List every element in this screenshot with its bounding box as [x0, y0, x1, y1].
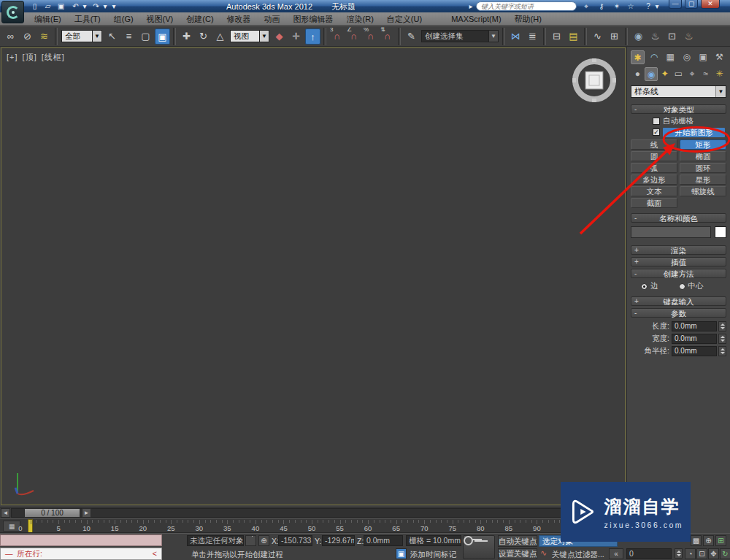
- redo-dropdown-icon[interactable]: ▾: [102, 1, 108, 11]
- spinner-snap-toggle[interactable]: ∩⇅: [380, 28, 395, 45]
- maximize-button[interactable]: ▢: [685, 0, 698, 9]
- current-frame-field[interactable]: 0: [626, 548, 672, 559]
- rollout-interpolation[interactable]: + 插值: [631, 257, 726, 266]
- minimize-button[interactable]: —: [669, 0, 682, 9]
- shape-category-dropdown[interactable]: 样条线 ▼: [631, 85, 726, 98]
- search-binoculars-icon[interactable]: ⌖: [580, 1, 592, 11]
- line-button[interactable]: 线: [631, 139, 677, 150]
- zoom-region-icon[interactable]: ⊡: [696, 548, 707, 559]
- zoom-all-icon[interactable]: ⊕: [703, 535, 714, 546]
- edge-radio[interactable]: [641, 283, 648, 290]
- mirror-icon[interactable]: ⋈: [508, 28, 523, 45]
- parameter-spinner[interactable]: [718, 334, 726, 344]
- parameter-spinner[interactable]: [718, 346, 726, 356]
- chevron-down-icon[interactable]: ▼: [92, 31, 101, 42]
- pan-hand-icon[interactable]: ✥: [708, 548, 719, 559]
- tab-utilities[interactable]: ⚒: [712, 50, 726, 64]
- auto-key-button[interactable]: 自动关键点: [498, 535, 537, 547]
- autogrid-checkbox[interactable]: [653, 118, 660, 125]
- graphite-ribbon-icon[interactable]: ▤: [566, 28, 581, 45]
- menu-item-5[interactable]: 修改器: [220, 12, 258, 26]
- menu-item-2[interactable]: 组(G): [107, 12, 140, 26]
- select-object-icon[interactable]: ↖: [104, 28, 120, 45]
- set-keys-button[interactable]: [463, 535, 495, 559]
- menu-item-1[interactable]: 工具(T): [68, 12, 107, 26]
- key-mode-toggle[interactable]: «: [609, 548, 623, 559]
- tab-create[interactable]: ✱: [631, 50, 645, 64]
- tab-motion[interactable]: ◎: [680, 50, 694, 64]
- spinner-down-icon[interactable]: [721, 327, 725, 329]
- selection-filter-dropdown[interactable]: 全部▼: [61, 30, 102, 42]
- add-time-tag-button[interactable]: 添加时间标记: [410, 550, 456, 560]
- keyboard-override-toggle[interactable]: ↑: [305, 28, 320, 45]
- schematic-view-icon[interactable]: ⊞: [607, 28, 622, 45]
- rollout-keyboard-entry[interactable]: + 键盘输入: [631, 296, 726, 306]
- help-dropdown-icon[interactable]: ▾: [654, 1, 660, 11]
- snap-3d-toggle[interactable]: ∩3: [329, 28, 345, 45]
- rollout-creation-method[interactable]: - 创建方法: [631, 269, 726, 278]
- menu-item-4[interactable]: 创建(C): [180, 12, 220, 26]
- tab-space-warps[interactable]: ≈: [699, 67, 713, 81]
- open-file-icon[interactable]: ▱: [42, 1, 53, 11]
- chevron-down-icon[interactable]: ▼: [715, 86, 726, 97]
- select-and-scale-icon[interactable]: △: [212, 28, 228, 45]
- viewport-menu-view[interactable]: [顶]: [23, 53, 37, 61]
- select-by-name-icon[interactable]: ≡: [121, 28, 137, 45]
- application-menu-button[interactable]: [1, 1, 24, 23]
- zoom-icon[interactable]: ▩: [691, 535, 702, 546]
- circle-button[interactable]: 圆: [631, 151, 677, 161]
- named-sets-dropdown[interactable]: 创建选择集▼: [421, 30, 499, 42]
- isolate-selection-toggle[interactable]: ▣: [396, 548, 407, 559]
- menu-item-9[interactable]: 自定义(U): [380, 12, 429, 26]
- rendered-frame-icon[interactable]: ⊡: [664, 28, 680, 45]
- render-setup-icon[interactable]: ♨: [648, 28, 663, 45]
- parameter-value-field[interactable]: 0.0mm: [672, 346, 717, 356]
- key-filters-button[interactable]: 关键点过滤器...: [552, 550, 604, 560]
- helix-button[interactable]: 螺旋线: [680, 186, 726, 196]
- viewport-menu-shading[interactable]: [线框]: [42, 53, 65, 61]
- section-button[interactable]: 截面: [631, 198, 677, 208]
- viewport-menu-general[interactable]: [+]: [7, 53, 18, 61]
- rollout-object-type[interactable]: - 对象类型: [631, 104, 726, 114]
- center-radio[interactable]: [679, 283, 685, 290]
- x-coordinate-field[interactable]: -150.733mm: [278, 535, 312, 546]
- select-and-move-icon[interactable]: ✚: [179, 28, 194, 45]
- undo-icon[interactable]: ↶: [70, 1, 81, 11]
- menu-item-0[interactable]: 编辑(E): [28, 12, 68, 26]
- maxscript-listener-field[interactable]: —所在行: <: [0, 548, 162, 560]
- unlink-selection-icon[interactable]: ⊘: [20, 28, 35, 45]
- menu-item-3[interactable]: 视图(V): [140, 12, 180, 26]
- menu-item-6[interactable]: 动画: [258, 12, 287, 26]
- undo-dropdown-icon[interactable]: ▾: [82, 1, 88, 11]
- layer-manager-icon[interactable]: ⊟: [549, 28, 564, 45]
- use-pivot-center-icon[interactable]: ◆: [272, 28, 287, 45]
- toolbar-options-icon[interactable]: ▾: [111, 1, 117, 11]
- search-input[interactable]: [476, 1, 577, 11]
- absolute-mode-toggle[interactable]: ⊕: [258, 535, 269, 546]
- edit-named-sets-icon[interactable]: ✎: [404, 28, 419, 45]
- window-crossing-toggle[interactable]: ▣: [155, 28, 170, 45]
- tab-modify[interactable]: ◠: [647, 50, 661, 64]
- y-coordinate-field[interactable]: -129.67mm: [322, 535, 355, 546]
- parameter-value-field[interactable]: 0.0mm: [672, 334, 717, 344]
- tab-lights[interactable]: ✦: [658, 67, 672, 81]
- polygon-button[interactable]: 多边形: [631, 174, 677, 185]
- help-icon[interactable]: ?: [642, 1, 654, 11]
- time-slider-track[interactable]: [11, 508, 614, 518]
- selection-lock-toggle[interactable]: [245, 535, 256, 546]
- reference-coordinate-dropdown[interactable]: 视图▼: [230, 30, 269, 42]
- close-button[interactable]: ✕: [701, 0, 720, 9]
- rect-selection-region-icon[interactable]: ▢: [138, 28, 153, 45]
- redo-icon[interactable]: ↷: [91, 1, 101, 11]
- tab-geometry[interactable]: ●: [631, 67, 645, 81]
- menu-item-11[interactable]: 帮助(H): [508, 12, 548, 26]
- previous-frame-button[interactable]: ◄: [1, 508, 10, 518]
- z-coordinate-field[interactable]: 0.0mm: [364, 535, 403, 546]
- orbit-icon[interactable]: ↻: [720, 548, 730, 559]
- zoom-extents-icon[interactable]: ⊞: [715, 535, 726, 546]
- text-button[interactable]: 文本: [631, 186, 677, 196]
- spinner-up-icon[interactable]: [721, 323, 725, 326]
- tab-helpers[interactable]: ⌖: [685, 67, 699, 81]
- time-configuration-icon[interactable]: ◔: [685, 548, 696, 559]
- viewport-top[interactable]: [+] [顶] [线框]: [1, 47, 626, 505]
